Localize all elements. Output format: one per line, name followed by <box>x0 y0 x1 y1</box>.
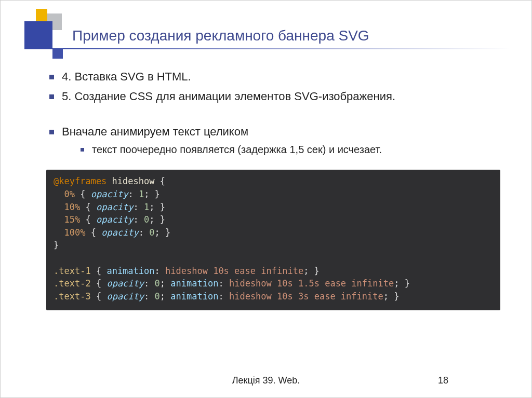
footer: Лекція 39. Web. <box>1 375 531 386</box>
slide: Пример создания рекламного баннера SVG 4… <box>0 0 532 398</box>
code-block: @keyframes hideshow { 0% { opacity: 1; }… <box>46 170 500 310</box>
code-value: hideshow 10s ease infinite <box>165 266 303 276</box>
footer-lecture: Лекція 39. Web. <box>232 375 300 386</box>
code-selector: .text-1 <box>54 266 91 276</box>
code-keyword: @keyframes <box>54 176 107 186</box>
page-number: 18 <box>438 375 448 386</box>
sub-bullet-text: текст поочередно появляется (задержка 1,… <box>92 144 382 155</box>
bullet-text: 5. Создание CSS для анимации элементов S… <box>62 90 395 103</box>
code-anim-name: hideshow <box>112 176 155 186</box>
decor-square-blue-large <box>24 21 52 49</box>
bullet-text: 4. Вставка SVG в HTML. <box>62 70 191 83</box>
code-prop: opacity <box>91 189 128 199</box>
bullet-item: 4. Вставка SVG в HTML. <box>46 68 500 86</box>
code-number: 1 <box>139 189 144 199</box>
sub-bullet-list: текст поочередно появляется (задержка 1,… <box>79 142 500 157</box>
title-underline <box>63 48 511 49</box>
code-brace: { <box>160 176 165 186</box>
bullet-item: 5. Создание CSS для анимации элементов S… <box>46 88 500 105</box>
code-percent: 0% <box>64 189 74 199</box>
sub-bullet-item: текст поочередно появляется (задержка 1,… <box>79 142 500 157</box>
bullet-list: 4. Вставка SVG в HTML. 5. Создание CSS д… <box>46 68 500 157</box>
bullet-text: Вначале анимируем текст целиком <box>62 125 248 138</box>
slide-content: 4. Вставка SVG в HTML. 5. Создание CSS д… <box>46 68 500 310</box>
bullet-item: Вначале анимируем текст целиком текст по… <box>46 123 500 157</box>
decor-square-blue-small <box>52 48 63 59</box>
slide-title: Пример создания рекламного баннера SVG <box>72 28 369 44</box>
